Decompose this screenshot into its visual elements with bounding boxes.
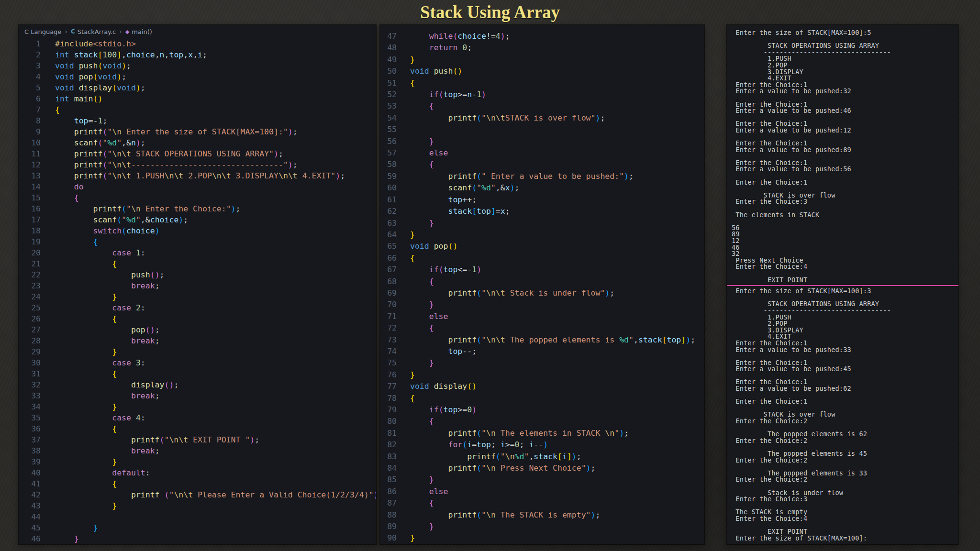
code-text: break; bbox=[41, 445, 160, 456]
code-text: printf("\n%d",stack[i]); bbox=[397, 451, 581, 463]
code-line: 68 { bbox=[380, 276, 704, 287]
code-line: 49} bbox=[380, 54, 704, 66]
line-number: 58 bbox=[380, 159, 397, 170]
code-text: { bbox=[41, 478, 117, 489]
code-area-lines-47-90[interactable]: 47 while(choice!=4);48 return 0;49}50voi… bbox=[380, 25, 704, 544]
terminal-line: Enter a value to be pushed:32 bbox=[732, 88, 956, 95]
code-line: 52 if(top>=n-1) bbox=[380, 89, 704, 100]
terminal-line: Enter the size of STACK[MAX=100]: bbox=[732, 535, 956, 542]
line-number: 8 bbox=[19, 115, 41, 126]
code-text: else bbox=[397, 486, 448, 497]
line-number: 88 bbox=[380, 509, 397, 521]
code-text: scanf("%d",&choice); bbox=[41, 214, 188, 225]
code-text: printf("\n Enter the size of STACK[MAX=1… bbox=[41, 126, 298, 137]
code-text: return 0; bbox=[397, 42, 472, 54]
line-number: 76 bbox=[380, 369, 397, 381]
code-line: 50void push() bbox=[380, 66, 704, 77]
run-separator bbox=[727, 285, 958, 286]
code-line: 53 { bbox=[380, 100, 704, 112]
breadcrumb-label: StackArray.c bbox=[78, 28, 116, 35]
line-number: 43 bbox=[19, 500, 41, 511]
code-text: printf("\n Press Next Choice"); bbox=[397, 463, 595, 474]
line-number: 9 bbox=[19, 126, 41, 137]
code-line: 6int main() bbox=[19, 93, 376, 104]
line-number: 82 bbox=[380, 439, 397, 451]
code-line: 67 if(top<=-1) bbox=[380, 264, 704, 276]
symbol-method-icon: ◆ bbox=[125, 29, 129, 34]
line-number: 37 bbox=[19, 434, 41, 445]
line-number: 11 bbox=[19, 148, 41, 159]
code-text: } bbox=[397, 54, 415, 66]
code-text: { bbox=[41, 236, 98, 247]
code-line: 56 } bbox=[380, 136, 704, 147]
code-text: } bbox=[41, 401, 117, 412]
line-number: 86 bbox=[380, 486, 397, 497]
line-number: 71 bbox=[380, 311, 397, 322]
code-line: 73 printf("\n\t The popped elements is %… bbox=[380, 334, 704, 346]
code-text: printf("\n\tSTACK is over flow"); bbox=[397, 112, 605, 124]
line-number: 52 bbox=[380, 89, 397, 100]
terminal-line: Enter the Choice:2 bbox=[732, 438, 956, 444]
terminal-line: Enter the Choice:2 bbox=[732, 418, 956, 425]
line-number: 19 bbox=[19, 236, 41, 247]
code-text: } bbox=[397, 136, 434, 147]
breadcrumb-item-file[interactable]: C StackArray.c bbox=[71, 28, 116, 35]
breadcrumb-item-language[interactable]: C Language bbox=[24, 28, 61, 35]
code-line: 28 break; bbox=[19, 335, 376, 346]
line-number: 42 bbox=[19, 489, 41, 500]
code-text: } bbox=[41, 291, 117, 302]
code-text: else bbox=[397, 147, 448, 159]
code-line: 7{ bbox=[19, 104, 376, 115]
breadcrumb-item-symbol[interactable]: ◆ main() bbox=[125, 28, 152, 35]
line-number: 81 bbox=[380, 428, 397, 439]
code-line: 4void pop(void); bbox=[19, 71, 376, 82]
code-text: case 3: bbox=[41, 357, 145, 368]
line-number: 46 bbox=[19, 533, 41, 544]
code-line: 89 } bbox=[380, 521, 704, 532]
line-number: 26 bbox=[19, 313, 41, 324]
code-line: 57 else bbox=[380, 147, 704, 159]
terminal-output-panel[interactable]: Enter the size of STACK[MAX=100]:5 STACK… bbox=[727, 25, 958, 544]
line-number: 31 bbox=[19, 368, 41, 379]
code-line: 86 else bbox=[380, 486, 704, 497]
code-text: { bbox=[41, 258, 117, 269]
line-number: 59 bbox=[380, 171, 397, 182]
line-number: 72 bbox=[380, 322, 397, 334]
code-text: case 1: bbox=[41, 247, 145, 258]
code-line: 3void push(void); bbox=[19, 60, 376, 71]
code-text: { bbox=[397, 393, 415, 404]
code-area-lines-1-46[interactable]: 1#include<stdio.h>2int stack[100],choice… bbox=[19, 38, 376, 544]
line-number: 56 bbox=[380, 136, 397, 147]
code-line: 35 case 4: bbox=[19, 412, 376, 423]
line-number: 63 bbox=[380, 218, 397, 229]
code-line: 36 { bbox=[19, 423, 376, 434]
code-text: { bbox=[397, 100, 434, 112]
code-text: printf("\n\t----------------------------… bbox=[41, 159, 298, 170]
code-line: 23 break; bbox=[19, 280, 376, 291]
code-text: printf("\n\t STACK OPERATIONS USING ARRA… bbox=[41, 148, 283, 159]
line-number: 66 bbox=[380, 253, 397, 264]
line-number: 73 bbox=[380, 334, 397, 346]
terminal-line: 56 bbox=[732, 225, 956, 231]
line-number: 45 bbox=[19, 522, 41, 533]
code-text: top=-1; bbox=[41, 115, 107, 126]
code-text: break; bbox=[41, 280, 160, 291]
code-text: case 2: bbox=[41, 302, 145, 313]
line-number: 34 bbox=[19, 401, 41, 412]
line-number: 57 bbox=[380, 147, 397, 159]
code-text: push(); bbox=[41, 269, 165, 280]
code-line: 33 break; bbox=[19, 390, 376, 401]
line-number: 30 bbox=[19, 357, 41, 368]
code-text: case 4: bbox=[41, 412, 145, 423]
line-number: 3 bbox=[19, 60, 41, 71]
code-line: 55 bbox=[380, 124, 704, 135]
code-text: { bbox=[397, 276, 434, 287]
code-line: 11 printf("\n\t STACK OPERATIONS USING A… bbox=[19, 148, 376, 159]
code-line: 66{ bbox=[380, 253, 704, 264]
terminal-line: Enter a value to be pushed:89 bbox=[732, 147, 956, 154]
code-line: 14 do bbox=[19, 181, 376, 192]
line-number: 90 bbox=[380, 532, 397, 544]
line-number: 5 bbox=[19, 82, 41, 93]
line-number: 16 bbox=[19, 203, 41, 214]
chevron-right-icon: › bbox=[65, 28, 67, 35]
